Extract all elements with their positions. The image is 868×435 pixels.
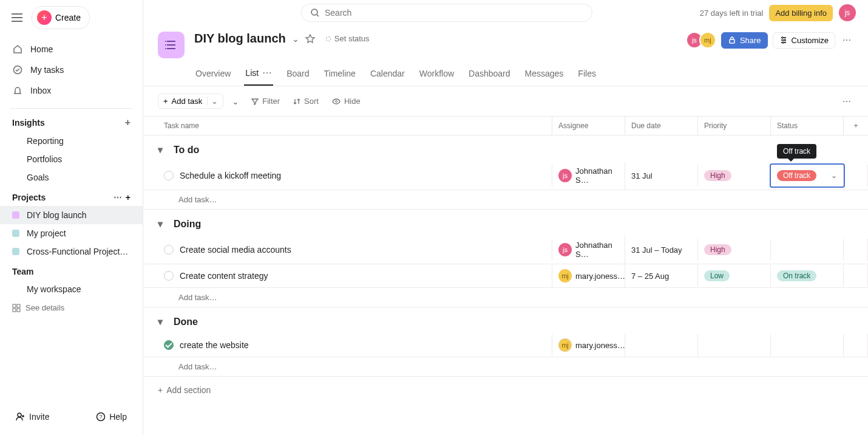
tab-files[interactable]: Files (577, 63, 597, 86)
task-name[interactable]: Create content strategy (180, 271, 268, 281)
status-cell[interactable]: Off track Off track ⌄ (771, 165, 844, 187)
section-title[interactable]: To do (174, 145, 199, 156)
invite-button[interactable]: Invite (10, 408, 55, 425)
chevron-down-icon[interactable]: ⌄ (207, 97, 218, 106)
billing-button[interactable]: Add billing info (769, 5, 833, 21)
customize-button[interactable]: Customize (773, 32, 835, 49)
search-field[interactable] (325, 8, 583, 18)
priority-cell[interactable]: Low (698, 265, 771, 287)
section-title[interactable]: Done (174, 317, 198, 327)
tab-calendar[interactable]: Calendar (369, 63, 406, 86)
plus-icon[interactable]: + (126, 193, 131, 202)
sidebar-item-portfolios[interactable]: Portfolios (0, 150, 143, 168)
complete-toggle[interactable] (164, 171, 174, 180)
sidebar-item-workspace[interactable]: My workspace (0, 280, 143, 298)
collapse-icon[interactable]: ▾ (158, 144, 169, 156)
more-icon[interactable]: ⋯ (262, 67, 272, 78)
collapse-icon[interactable]: ▾ (158, 316, 169, 327)
more-icon[interactable]: ⋯ (840, 33, 853, 47)
col-assignee[interactable]: Assignee (552, 117, 625, 135)
share-button[interactable]: Share (721, 32, 768, 49)
assignee-name[interactable]: mary.joness… (575, 272, 625, 281)
nav-home[interactable]: Home (0, 39, 143, 60)
sort-button[interactable]: Sort (290, 94, 322, 108)
filter-button[interactable]: Filter (248, 94, 283, 108)
tab-dashboard[interactable]: Dashboard (467, 63, 512, 86)
project-title[interactable]: DIY blog launch (194, 32, 286, 46)
task-name[interactable]: create the website (180, 340, 249, 350)
add-task-link[interactable]: Add task… (143, 190, 868, 210)
assignee-name[interactable]: mary.joness… (575, 341, 625, 350)
sort-label: Sort (304, 97, 319, 106)
due-date[interactable]: 7 – 25 Aug (625, 265, 698, 287)
priority-cell[interactable]: High (698, 239, 771, 261)
task-row[interactable]: Create social media accounts js Johnatha… (143, 236, 868, 264)
trial-text: 27 days left in trial (700, 9, 764, 18)
more-icon[interactable]: ⌄ (229, 94, 242, 109)
priority-cell[interactable]: High (698, 165, 771, 187)
hide-button[interactable]: Hide (328, 94, 364, 108)
priority-cell[interactable] (698, 334, 771, 356)
due-date[interactable]: 31 Jul – Today (625, 239, 698, 261)
status-cell[interactable] (771, 239, 844, 261)
tab-messages[interactable]: Messages (524, 63, 565, 86)
section-title[interactable]: Doing (174, 219, 201, 230)
sidebar-item-reporting[interactable]: Reporting (0, 132, 143, 150)
complete-toggle[interactable] (164, 245, 174, 255)
set-status-button[interactable]: Set status (321, 32, 375, 46)
task-name[interactable]: Create social media accounts (180, 245, 291, 255)
see-details-link[interactable]: See details (0, 298, 143, 317)
add-section-button[interactable]: + Add section (143, 377, 868, 403)
sidebar-project-my[interactable]: My project (0, 224, 143, 242)
tab-board[interactable]: Board (285, 63, 310, 86)
avatar-stack[interactable]: js mj (690, 32, 716, 49)
col-due-date[interactable]: Due date (625, 117, 698, 135)
assignee-name[interactable]: Johnathan S… (575, 241, 619, 259)
nav-my-tasks[interactable]: My tasks (0, 60, 143, 80)
search-input[interactable] (301, 4, 592, 22)
due-date[interactable]: 31 Jul (625, 165, 698, 187)
chevron-down-icon[interactable]: ⌄ (292, 34, 299, 44)
status-cell[interactable] (771, 334, 844, 356)
complete-toggle[interactable] (164, 340, 174, 350)
help-button[interactable]: ? Help (90, 408, 133, 425)
tab-workflow[interactable]: Workflow (418, 63, 455, 86)
create-label: Create (55, 13, 81, 22)
team-header[interactable]: Team (0, 261, 143, 280)
sidebar-project-cross[interactable]: Cross-Functional Project… (0, 242, 143, 261)
col-status[interactable]: Status (771, 117, 844, 135)
bell-icon (12, 85, 23, 96)
user-avatar[interactable]: js (839, 4, 856, 21)
complete-toggle[interactable] (164, 271, 174, 281)
plus-icon[interactable]: + (125, 117, 131, 128)
add-task-button[interactable]: + Add task ⌄ (158, 94, 223, 109)
collapse-icon[interactable]: ▾ (158, 218, 169, 230)
task-row[interactable]: Create content strategy mj mary.joness… … (143, 264, 868, 288)
task-name[interactable]: Schedule a kickoff meeting (180, 171, 281, 180)
assignee-name[interactable]: Johnathan S… (575, 166, 619, 185)
add-task-link[interactable]: Add task… (143, 288, 868, 307)
add-task-link[interactable]: Add task… (143, 357, 868, 377)
tab-timeline[interactable]: Timeline (323, 63, 357, 86)
more-icon[interactable]: ⋯ (840, 94, 853, 109)
sidebar-item-goals[interactable]: Goals (0, 168, 143, 187)
task-row[interactable]: Schedule a kickoff meeting js Johnathan … (143, 162, 868, 190)
hamburger-icon[interactable] (10, 10, 24, 25)
add-column-button[interactable]: + (844, 117, 868, 135)
sidebar-project-diy[interactable]: DIY blog launch (0, 206, 143, 224)
create-button[interactable]: + Create (32, 6, 90, 29)
task-row[interactable]: create the website mj mary.joness… (143, 334, 868, 357)
insights-header[interactable]: Insights + (0, 111, 143, 132)
col-task-name[interactable]: Task name (158, 117, 552, 135)
col-priority[interactable]: Priority (698, 117, 771, 135)
star-icon[interactable] (305, 34, 315, 44)
svg-point-9 (165, 41, 166, 42)
status-cell[interactable]: On track (771, 265, 844, 287)
more-icon[interactable]: ⋯ (114, 193, 122, 202)
tab-overview[interactable]: Overview (194, 63, 232, 86)
due-date[interactable] (625, 334, 698, 356)
nav-inbox[interactable]: Inbox (0, 80, 143, 101)
chevron-down-icon[interactable]: ⌄ (831, 171, 837, 180)
projects-header[interactable]: Projects (12, 193, 46, 202)
tab-list[interactable]: List ⋯ (244, 63, 273, 86)
